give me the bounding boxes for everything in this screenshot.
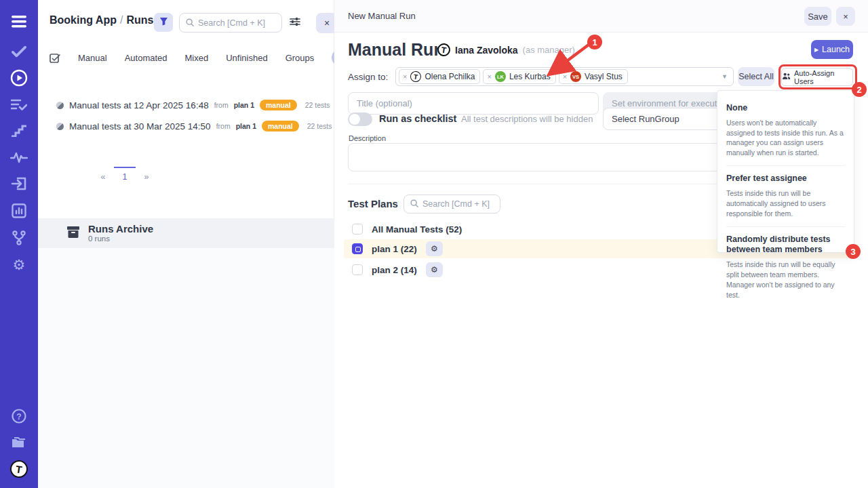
save-button[interactable]: Save xyxy=(804,7,831,26)
tab-mixed[interactable]: Mixed xyxy=(185,53,209,63)
run-title[interactable]: Manual tests at 12 Apr 2025 16:48 xyxy=(69,100,209,110)
auto-assign-label: Auto-Assign Users xyxy=(794,69,852,85)
pagination-prev[interactable]: « xyxy=(92,167,114,182)
plan-2-checkbox[interactable] xyxy=(352,264,363,275)
run-title-input[interactable] xyxy=(348,92,599,115)
play-circle-icon[interactable] xyxy=(0,68,38,87)
steps-icon[interactable] xyxy=(0,121,38,140)
run-from-label: from xyxy=(216,122,231,130)
breadcrumb-separator: / xyxy=(117,14,126,26)
run-status-icon xyxy=(56,123,64,130)
test-plans-search-input[interactable] xyxy=(422,199,494,209)
remove-assignee-icon[interactable]: × xyxy=(487,73,491,81)
run-from-label: from xyxy=(214,101,229,109)
breadcrumb: Booking App/Runs xyxy=(50,14,153,26)
assignee-avatar: VS xyxy=(570,71,581,82)
remove-assignee-icon[interactable]: × xyxy=(403,73,407,81)
test-plan-label[interactable]: plan 1 (22) xyxy=(372,244,417,254)
option-description: Tests inside this run will be automatica… xyxy=(726,188,845,219)
runs-panel: Booking App/Runs × Manual Automated Mixe… xyxy=(38,0,334,488)
test-plan-label[interactable]: plan 2 (14) xyxy=(372,265,417,275)
check-icon[interactable] xyxy=(0,42,38,61)
run-as-checklist-toggle[interactable] xyxy=(348,113,372,126)
breadcrumb-current: Runs xyxy=(126,14,153,26)
pagination: « 1 » xyxy=(92,167,157,182)
manager-avatar: T xyxy=(437,43,451,57)
menu-icon[interactable] xyxy=(0,12,38,31)
play-icon: ▶ xyxy=(814,47,818,53)
auto-assign-dropdown: None Users won't be automatically assign… xyxy=(717,90,854,253)
run-tabs: Manual Automated Mixed Unfinished Groups… xyxy=(50,47,334,68)
icon-rail: ⚙ ? T xyxy=(0,0,38,488)
assignee-avatar: LK xyxy=(495,71,506,82)
analytics-icon[interactable] xyxy=(0,201,38,220)
assignee-name: Olena Pchilka xyxy=(425,72,475,81)
filter-button[interactable] xyxy=(154,13,173,32)
manager-role-note: (as manager) xyxy=(523,45,575,55)
checklist-label: Run as checklist xyxy=(379,113,456,124)
run-plan: plan 1 xyxy=(234,101,254,109)
option-description: Tests inside this run will be equally sp… xyxy=(726,260,845,300)
pagination-page-1[interactable]: 1 xyxy=(114,167,136,182)
tab-groups[interactable]: Groups xyxy=(285,53,315,63)
pagination-next[interactable]: » xyxy=(136,167,157,182)
tab-unfinished[interactable]: Unfinished xyxy=(226,53,267,63)
option-title: Prefer test assignee xyxy=(726,174,845,184)
assignee-chip: × LK Les Kurbas xyxy=(483,69,555,84)
search-icon xyxy=(186,17,194,29)
run-type-badge: manual xyxy=(262,121,299,131)
plan-1-checkbox[interactable] xyxy=(352,243,363,254)
help-icon[interactable]: ? xyxy=(0,407,38,426)
dropdown-option-random-distribute[interactable]: Randomly distribute tests between team m… xyxy=(726,230,845,305)
option-title: None xyxy=(726,103,845,114)
option-description: Users won't be automatically assigned to… xyxy=(726,118,845,159)
breadcrumb-project[interactable]: Booking App xyxy=(50,14,117,26)
close-modal-button[interactable]: × xyxy=(836,7,855,26)
assignees-multiselect[interactable]: × T Olena Pchilka × LK Les Kurbas × VS V… xyxy=(395,67,734,86)
chevron-down-icon[interactable]: ▼ xyxy=(722,73,730,80)
dropdown-option-none[interactable]: None Users won't be automatically assign… xyxy=(726,98,845,163)
annotation-step-2: 2 xyxy=(852,82,867,97)
run-title[interactable]: Manual tests at 30 Mar 2025 14:50 xyxy=(69,121,211,131)
select-all-runs-icon[interactable] xyxy=(50,52,60,63)
test-plan-label[interactable]: All Manual Tests (52) xyxy=(372,224,462,235)
assignee-chip: × T Olena Pchilka xyxy=(399,69,480,84)
filter-settings-button[interactable] xyxy=(288,16,302,30)
plan-settings-gear-icon[interactable]: ⚙ xyxy=(426,241,443,256)
launch-label: Launch xyxy=(822,45,850,54)
docs-icon[interactable] xyxy=(0,433,38,452)
run-plan: plan 1 xyxy=(236,122,256,130)
runs-search-input[interactable] xyxy=(198,18,275,28)
checklist-hint: All test descriptions will be hidden xyxy=(461,114,593,124)
tab-automated[interactable]: Automated xyxy=(125,53,167,63)
launch-button[interactable]: ▶ Launch xyxy=(811,40,853,59)
branch-icon[interactable] xyxy=(0,228,38,247)
remove-assignee-icon[interactable]: × xyxy=(563,73,567,81)
gear-icon[interactable]: ⚙ xyxy=(0,256,38,274)
run-list-item[interactable]: Manual tests at 30 Mar 2025 14:50 from p… xyxy=(56,121,332,131)
assign-to-label: Assign to: xyxy=(348,72,388,82)
sliders-icon xyxy=(290,17,300,29)
rungroup-value: Select RunGroup xyxy=(612,114,679,124)
run-test-count: 22 tests xyxy=(307,122,332,130)
assignee-name: Les Kurbas xyxy=(509,72,551,81)
left-panel-footer xyxy=(38,248,334,488)
select-all-button[interactable]: Select All xyxy=(738,67,774,86)
tab-manual[interactable]: Manual xyxy=(78,53,107,63)
runs-list-icon[interactable] xyxy=(0,95,38,114)
assignee-avatar: T xyxy=(410,70,422,83)
import-icon[interactable] xyxy=(0,174,38,193)
plan-settings-gear-icon[interactable]: ⚙ xyxy=(426,262,443,277)
run-list-item[interactable]: Manual tests at 12 Apr 2025 16:48 from p… xyxy=(56,100,330,110)
modal-topbar: New Manual Run Save × xyxy=(334,0,868,33)
dropdown-divider xyxy=(726,226,845,227)
pulse-icon[interactable] xyxy=(0,148,38,167)
auto-assign-users-button[interactable]: Auto-Assign Users xyxy=(781,68,853,86)
page-title: Manual Run xyxy=(348,40,444,60)
dropdown-option-prefer-assignee[interactable]: Prefer test assignee Tests inside this r… xyxy=(726,169,845,223)
manager-info: T Iana Zavoloka (as manager) xyxy=(437,43,575,56)
runs-archive-row[interactable]: Runs Archive 0 runs xyxy=(38,218,334,248)
all-manual-tests-checkbox[interactable] xyxy=(352,224,363,235)
test-plans-heading: Test Plans xyxy=(348,198,398,209)
testomat-logo[interactable]: T xyxy=(0,460,38,479)
